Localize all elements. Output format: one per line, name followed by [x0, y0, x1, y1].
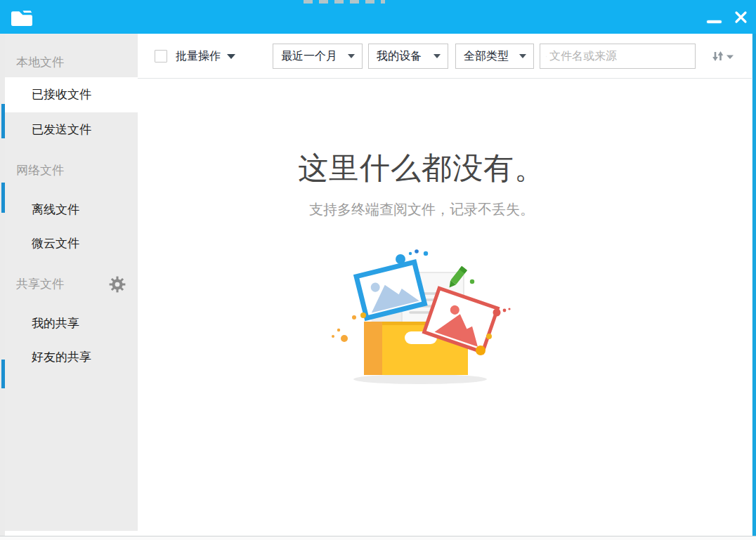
gear-icon[interactable]: [108, 275, 126, 305]
empty-state-title: 这里什么都没有。: [239, 148, 604, 189]
background-window-right-edge: [752, 34, 756, 540]
device-filter-dropdown[interactable]: 我的设备: [368, 44, 448, 69]
type-filter-dropdown[interactable]: 全部类型: [455, 44, 534, 69]
folder-icon: [10, 7, 32, 29]
sidebar-item-sent-files[interactable]: 已发送文件: [5, 112, 138, 147]
search-input[interactable]: [547, 44, 695, 68]
chevron-down-icon: [227, 54, 235, 59]
sidebar-section-network-files: 网络文件: [5, 156, 138, 185]
empty-state-subtitle: 支持多终端查阅文件，记录不丢失。: [239, 200, 604, 219]
sidebar-section-shared-files: 共享文件: [5, 270, 138, 299]
device-filter-value: 我的设备: [377, 49, 422, 64]
batch-operations-label: 批量操作: [176, 49, 221, 64]
close-button[interactable]: [729, 6, 752, 28]
batch-operations-button[interactable]: 批量操作: [176, 34, 235, 79]
time-filter-dropdown[interactable]: 最近一个月: [273, 44, 363, 69]
window-bottom-frame: [0, 536, 756, 540]
chevron-down-icon: [434, 54, 441, 58]
close-icon: [734, 11, 748, 24]
clipped-background-window-text: [304, 0, 385, 4]
toolbar: 批量操作 最近一个月 我的设备 全部类型: [138, 34, 752, 79]
sidebar-item-weiyun-files[interactable]: 微云文件: [5, 226, 138, 261]
sidebar-item-offline-files[interactable]: 离线文件: [5, 192, 138, 228]
time-filter-value: 最近一个月: [281, 49, 337, 64]
background-window-left-edge: [0, 34, 5, 536]
sort-arrows-icon: [711, 50, 734, 62]
file-manager-window: 本地文件 已接收文件 已发送文件 网络文件 离线文件 微云文件 共享文件: [0, 0, 756, 540]
sidebar-item-my-shares[interactable]: 我的共享: [5, 306, 138, 341]
sidebar-section-label: 共享文件: [16, 277, 64, 291]
minimize-icon: [707, 20, 722, 23]
sidebar-item-received-files[interactable]: 已接收文件: [5, 77, 138, 112]
main-area: 批量操作 最近一个月 我的设备 全部类型: [138, 34, 752, 536]
file-list-empty-area: 这里什么都没有。 支持多终端查阅文件，记录不丢失。: [138, 79, 752, 536]
chevron-down-icon: [348, 54, 355, 58]
select-all-checkbox[interactable]: [155, 50, 167, 62]
search-box: [540, 44, 696, 69]
sidebar: 本地文件 已接收文件 已发送文件 网络文件 离线文件 微云文件 共享文件: [5, 34, 138, 531]
sidebar-item-friends-shares[interactable]: 好友的共享: [5, 340, 138, 375]
empty-box-illustration: [323, 247, 520, 388]
sidebar-section-local-files: 本地文件: [5, 48, 138, 77]
type-filter-value: 全部类型: [464, 49, 509, 64]
chevron-down-icon: [519, 54, 526, 58]
minimize-button[interactable]: [703, 6, 725, 28]
titlebar: [0, 0, 756, 34]
sort-order-button[interactable]: [711, 50, 734, 65]
empty-state: 这里什么都没有。 支持多终端查阅文件，记录不丢失。: [239, 148, 604, 390]
